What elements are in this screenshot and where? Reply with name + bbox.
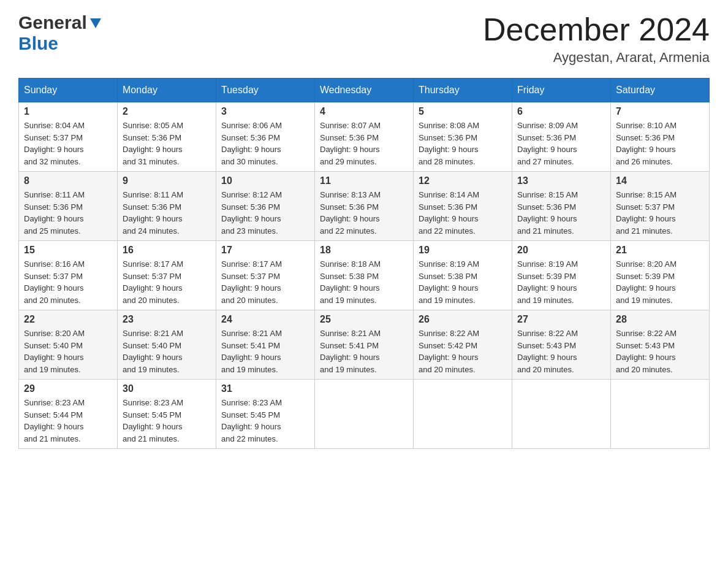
day-info: Sunrise: 8:05 AMSunset: 5:36 PMDaylight:…	[123, 120, 211, 167]
table-row: 4Sunrise: 8:07 AMSunset: 5:36 PMDaylight…	[315, 102, 414, 172]
day-number: 16	[123, 245, 211, 256]
table-row: 7Sunrise: 8:10 AMSunset: 5:36 PMDaylight…	[611, 102, 710, 172]
logo: General Blue	[18, 12, 102, 54]
day-info: Sunrise: 8:16 AMSunset: 5:37 PMDaylight:…	[24, 258, 112, 306]
day-info: Sunrise: 8:15 AMSunset: 5:37 PMDaylight:…	[616, 189, 704, 237]
day-number: 10	[221, 175, 309, 186]
table-row: 14Sunrise: 8:15 AMSunset: 5:37 PMDayligh…	[611, 172, 710, 241]
table-row: 25Sunrise: 8:21 AMSunset: 5:41 PMDayligh…	[315, 310, 414, 380]
table-row: 29Sunrise: 8:23 AMSunset: 5:44 PMDayligh…	[19, 380, 118, 449]
table-row: 26Sunrise: 8:22 AMSunset: 5:42 PMDayligh…	[414, 310, 512, 380]
table-row: 9Sunrise: 8:11 AMSunset: 5:36 PMDaylight…	[118, 172, 216, 241]
day-number: 12	[419, 175, 507, 186]
day-number: 13	[517, 175, 605, 186]
day-info: Sunrise: 8:21 AMSunset: 5:40 PMDaylight:…	[123, 327, 211, 375]
day-number: 14	[616, 175, 704, 186]
logo-general-text: General	[18, 12, 87, 33]
table-row	[611, 380, 710, 449]
day-info: Sunrise: 8:15 AMSunset: 5:36 PMDaylight:…	[517, 189, 605, 237]
day-info: Sunrise: 8:12 AMSunset: 5:36 PMDaylight:…	[221, 189, 309, 237]
svg-marker-0	[90, 18, 101, 28]
day-number: 29	[24, 383, 112, 394]
table-row: 13Sunrise: 8:15 AMSunset: 5:36 PMDayligh…	[512, 172, 611, 241]
day-info: Sunrise: 8:06 AMSunset: 5:36 PMDaylight:…	[221, 120, 309, 167]
day-info: Sunrise: 8:13 AMSunset: 5:36 PMDaylight:…	[320, 189, 408, 237]
day-number: 30	[123, 383, 211, 394]
day-number: 17	[221, 245, 309, 256]
day-number: 5	[419, 106, 507, 117]
day-info: Sunrise: 8:23 AMSunset: 5:44 PMDaylight:…	[24, 397, 112, 445]
table-row: 8Sunrise: 8:11 AMSunset: 5:36 PMDaylight…	[19, 172, 118, 241]
day-info: Sunrise: 8:20 AMSunset: 5:40 PMDaylight:…	[24, 327, 112, 375]
table-row: 1Sunrise: 8:04 AMSunset: 5:37 PMDaylight…	[19, 102, 118, 172]
table-row: 12Sunrise: 8:14 AMSunset: 5:36 PMDayligh…	[414, 172, 512, 241]
day-number: 24	[221, 314, 309, 325]
day-info: Sunrise: 8:23 AMSunset: 5:45 PMDaylight:…	[123, 397, 211, 445]
day-info: Sunrise: 8:10 AMSunset: 5:36 PMDaylight:…	[616, 120, 704, 167]
day-number: 25	[320, 314, 408, 325]
day-info: Sunrise: 8:11 AMSunset: 5:36 PMDaylight:…	[24, 189, 112, 237]
logo-blue-text: Blue	[18, 33, 58, 54]
day-info: Sunrise: 8:19 AMSunset: 5:38 PMDaylight:…	[419, 258, 507, 306]
table-row: 23Sunrise: 8:21 AMSunset: 5:40 PMDayligh…	[118, 310, 216, 380]
day-info: Sunrise: 8:22 AMSunset: 5:43 PMDaylight:…	[616, 327, 704, 375]
calendar-week-row: 15Sunrise: 8:16 AMSunset: 5:37 PMDayligh…	[19, 241, 710, 310]
day-number: 22	[24, 314, 112, 325]
table-row: 2Sunrise: 8:05 AMSunset: 5:36 PMDaylight…	[118, 102, 216, 172]
table-row: 18Sunrise: 8:18 AMSunset: 5:38 PMDayligh…	[315, 241, 414, 310]
calendar-header-row: Sunday Monday Tuesday Wednesday Thursday…	[19, 79, 710, 102]
day-info: Sunrise: 8:14 AMSunset: 5:36 PMDaylight:…	[419, 189, 507, 237]
table-row: 28Sunrise: 8:22 AMSunset: 5:43 PMDayligh…	[611, 310, 710, 380]
table-row: 17Sunrise: 8:17 AMSunset: 5:37 PMDayligh…	[216, 241, 315, 310]
day-number: 23	[123, 314, 211, 325]
day-number: 18	[320, 245, 408, 256]
table-row: 22Sunrise: 8:20 AMSunset: 5:40 PMDayligh…	[19, 310, 118, 380]
col-saturday: Saturday	[611, 79, 710, 102]
day-number: 3	[221, 106, 309, 117]
day-info: Sunrise: 8:21 AMSunset: 5:41 PMDaylight:…	[221, 327, 309, 375]
title-section: December 2024 Aygestan, Ararat, Armenia	[483, 12, 710, 66]
day-info: Sunrise: 8:18 AMSunset: 5:38 PMDaylight:…	[320, 258, 408, 306]
table-row: 20Sunrise: 8:19 AMSunset: 5:39 PMDayligh…	[512, 241, 611, 310]
day-number: 1	[24, 106, 112, 117]
calendar-table: Sunday Monday Tuesday Wednesday Thursday…	[18, 78, 710, 449]
day-info: Sunrise: 8:09 AMSunset: 5:36 PMDaylight:…	[517, 120, 605, 167]
day-number: 28	[616, 314, 704, 325]
day-info: Sunrise: 8:08 AMSunset: 5:36 PMDaylight:…	[419, 120, 507, 167]
table-row: 10Sunrise: 8:12 AMSunset: 5:36 PMDayligh…	[216, 172, 315, 241]
col-wednesday: Wednesday	[315, 79, 414, 102]
day-number: 6	[517, 106, 605, 117]
logo-arrow-icon	[89, 16, 102, 29]
day-info: Sunrise: 8:19 AMSunset: 5:39 PMDaylight:…	[517, 258, 605, 306]
col-monday: Monday	[118, 79, 216, 102]
page-title: December 2024	[483, 12, 710, 47]
table-row: 24Sunrise: 8:21 AMSunset: 5:41 PMDayligh…	[216, 310, 315, 380]
day-info: Sunrise: 8:21 AMSunset: 5:41 PMDaylight:…	[320, 327, 408, 375]
day-info: Sunrise: 8:17 AMSunset: 5:37 PMDaylight:…	[123, 258, 211, 306]
page-header: General Blue December 2024 Aygestan, Ara…	[18, 12, 710, 66]
calendar-week-row: 1Sunrise: 8:04 AMSunset: 5:37 PMDaylight…	[19, 102, 710, 172]
day-number: 7	[616, 106, 704, 117]
day-info: Sunrise: 8:22 AMSunset: 5:43 PMDaylight:…	[517, 327, 605, 375]
table-row: 21Sunrise: 8:20 AMSunset: 5:39 PMDayligh…	[611, 241, 710, 310]
day-number: 21	[616, 245, 704, 256]
day-number: 19	[419, 245, 507, 256]
day-number: 27	[517, 314, 605, 325]
day-number: 26	[419, 314, 507, 325]
calendar-week-row: 29Sunrise: 8:23 AMSunset: 5:44 PMDayligh…	[19, 380, 710, 449]
day-number: 31	[221, 383, 309, 394]
table-row: 6Sunrise: 8:09 AMSunset: 5:36 PMDaylight…	[512, 102, 611, 172]
calendar-week-row: 22Sunrise: 8:20 AMSunset: 5:40 PMDayligh…	[19, 310, 710, 380]
day-number: 4	[320, 106, 408, 117]
col-sunday: Sunday	[19, 79, 118, 102]
table-row: 27Sunrise: 8:22 AMSunset: 5:43 PMDayligh…	[512, 310, 611, 380]
col-thursday: Thursday	[414, 79, 512, 102]
day-info: Sunrise: 8:20 AMSunset: 5:39 PMDaylight:…	[616, 258, 704, 306]
table-row	[414, 380, 512, 449]
table-row: 16Sunrise: 8:17 AMSunset: 5:37 PMDayligh…	[118, 241, 216, 310]
page-subtitle: Aygestan, Ararat, Armenia	[483, 50, 710, 66]
table-row: 31Sunrise: 8:23 AMSunset: 5:45 PMDayligh…	[216, 380, 315, 449]
table-row: 30Sunrise: 8:23 AMSunset: 5:45 PMDayligh…	[118, 380, 216, 449]
table-row: 19Sunrise: 8:19 AMSunset: 5:38 PMDayligh…	[414, 241, 512, 310]
day-number: 15	[24, 245, 112, 256]
